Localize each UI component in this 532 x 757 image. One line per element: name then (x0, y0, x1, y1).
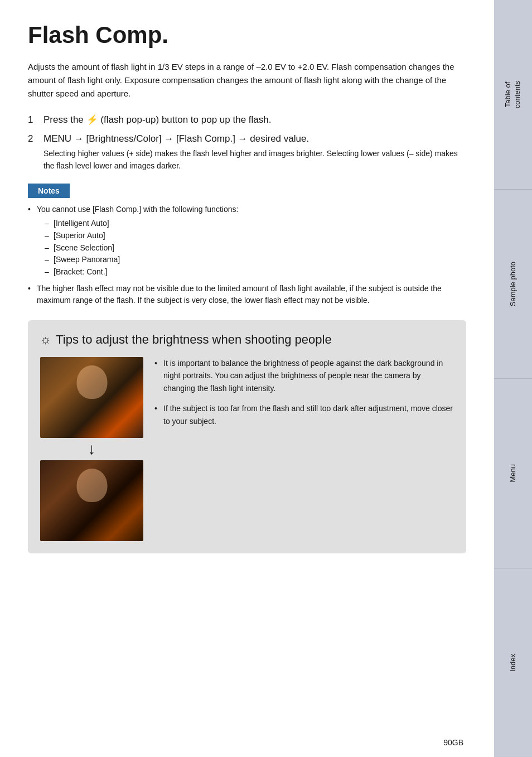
tips-sun-icon: ☼ (40, 332, 51, 347)
step-1-title: Press the ⚡ (flash pop-up) button to pop… (43, 114, 271, 125)
main-content: Flash Comp. Adjusts the amount of flash … (0, 0, 494, 757)
note-2-text: The higher flash effect may not be visib… (37, 284, 442, 305)
notes-list: You cannot use [Flash Comp.] with the fo… (28, 204, 466, 307)
sidebar-tab-sample[interactable]: Sample photo (494, 190, 532, 379)
step-1-number: 1 (28, 113, 40, 127)
sidebar-tab-menu-label: Menu (509, 459, 518, 488)
step-2: 2 MENU → [Brightness/Color] → [Flash Com… (28, 132, 466, 172)
tips-images: ↓ (40, 357, 143, 541)
step-2-content: MENU → [Brightness/Color] → [Flash Comp.… (43, 132, 466, 172)
tips-title: ☼ Tips to adjust the brightness when sho… (40, 332, 454, 347)
tips-photo-bottom (40, 460, 143, 541)
step-1: 1 Press the ⚡ (flash pop-up) button to p… (28, 113, 466, 127)
intro-text: Adjusts the amount of flash light in 1/3… (28, 60, 466, 100)
tips-item-2: If the subject is too far from the flash… (154, 402, 454, 427)
photo-face-top (76, 365, 107, 399)
note-subitem-1: [Intelligent Auto] (45, 218, 466, 230)
note-1-sublist: [Intelligent Auto] [Superior Auto] [Scen… (37, 218, 466, 278)
note-subitem-4: [Sweep Panorama] (45, 254, 466, 266)
notes-section: Notes You cannot use [Flash Comp.] with … (28, 184, 466, 307)
steps-list: 1 Press the ⚡ (flash pop-up) button to p… (28, 113, 466, 172)
step-2-number: 2 (28, 132, 40, 146)
tips-body: ↓ It is important to balance the brightn… (40, 357, 454, 541)
tips-title-text: Tips to adjust the brightness when shoot… (56, 332, 332, 347)
tips-section: ☼ Tips to adjust the brightness when sho… (28, 320, 466, 553)
note-subitem-5: [Bracket: Cont.] (45, 266, 466, 278)
step-2-detail: Selecting higher values (+ side) makes t… (43, 148, 466, 172)
tips-text-list: It is important to balance the brightnes… (154, 357, 454, 435)
page-number: 90GB (443, 738, 463, 747)
step-2-title: MENU → [Brightness/Color] → [Flash Comp.… (43, 132, 466, 146)
sidebar-tab-toc-label: Table of contents (504, 75, 523, 114)
note-subitem-3: [Scene Selection] (45, 242, 466, 254)
arrow-down-icon: ↓ (88, 441, 96, 457)
sidebar-tab-menu[interactable]: Menu (494, 379, 532, 568)
note-1-text: You cannot use [Flash Comp.] with the fo… (37, 205, 238, 214)
note-1: You cannot use [Flash Comp.] with the fo… (28, 204, 466, 278)
note-subitem-2: [Superior Auto] (45, 230, 466, 242)
page-title: Flash Comp. (28, 22, 466, 48)
sidebar-tab-index[interactable]: Index (494, 568, 532, 758)
sidebar-tab-toc[interactable]: Table of contents (494, 0, 532, 190)
step-1-content: Press the ⚡ (flash pop-up) button to pop… (43, 113, 466, 127)
tips-item-1: It is important to balance the brightnes… (154, 357, 454, 394)
sidebar-tab-index-label: Index (509, 648, 518, 677)
photo-face-bottom (76, 469, 107, 502)
flash-icon: ⚡ (86, 113, 98, 127)
sidebar-tab-sample-label: Sample photo (509, 256, 518, 312)
sidebar: Table of contents Sample photo Menu Inde… (494, 0, 532, 757)
tips-photo-top (40, 357, 143, 438)
note-2: The higher flash effect may not be visib… (28, 283, 466, 307)
notes-header: Notes (28, 184, 70, 198)
